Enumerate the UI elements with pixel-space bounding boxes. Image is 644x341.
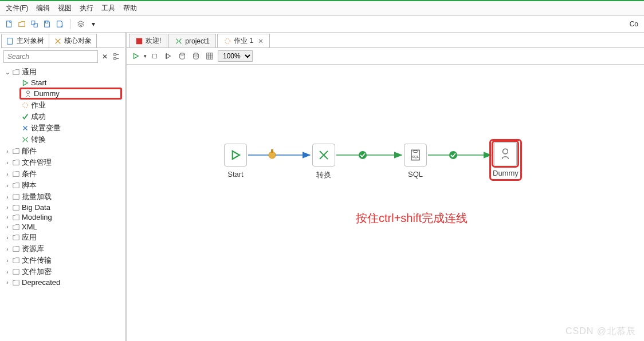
doc-tab-project1[interactable]: project1	[168, 34, 216, 47]
twisty-icon[interactable]: ›	[5, 246, 10, 252]
twisty-icon[interactable]: ›	[5, 235, 10, 241]
grid-button[interactable]	[204, 50, 215, 62]
tree-node-set-variable[interactable]: 设置变量	[19, 122, 122, 134]
tree-node-start[interactable]: Start	[19, 78, 122, 88]
flow-node-label: Start	[227, 170, 243, 179]
tab-main-tree[interactable]: 主对象树	[1, 34, 49, 47]
folder-icon	[11, 158, 21, 166]
tree-item-label: 文件传输	[22, 255, 52, 265]
sql-button[interactable]	[176, 50, 188, 62]
tab-main-tree-label: 主对象树	[17, 36, 44, 46]
annotation-text: 按住ctrl+shift完成连线	[356, 211, 468, 226]
dropdown-icon[interactable]: ▾	[88, 18, 99, 30]
flow-node-start[interactable]: Start	[224, 144, 247, 179]
replay-button[interactable]	[163, 50, 174, 62]
panel-tabs: 主对象树 核心对象	[1, 34, 124, 48]
expand-tree-button[interactable]	[111, 51, 122, 62]
dropdown-icon[interactable]: ▾	[144, 53, 147, 59]
tree-node-category[interactable]: ›资源库	[3, 243, 122, 255]
tree-item-label: 成功	[31, 112, 46, 122]
save-button[interactable]	[41, 18, 53, 30]
dummy-icon	[23, 90, 33, 98]
tree-node-category[interactable]: ›文件加密	[3, 266, 122, 277]
menu-view[interactable]: 视图	[58, 3, 72, 13]
flow-node-sql[interactable]: SQL SQL	[404, 144, 427, 179]
tree-node-category[interactable]: ›批量加载	[3, 191, 122, 203]
tree-item-label: XML	[22, 223, 37, 231]
tree-item-label: Modeling	[22, 213, 52, 221]
run-button[interactable]	[130, 50, 142, 62]
document-tabs: 欢迎! project1 作业 1 ✕	[127, 33, 644, 48]
zoom-select[interactable]: 100%	[218, 50, 253, 62]
folder-icon	[11, 279, 21, 287]
tree-item-label: 作业	[31, 100, 46, 110]
svg-point-20	[449, 151, 457, 159]
stop-button[interactable]	[149, 50, 160, 62]
tree-node-category[interactable]: ›Modeling	[3, 212, 122, 222]
svg-point-7	[26, 90, 29, 93]
menu-run[interactable]: 执行	[80, 3, 93, 13]
flow-node-transform[interactable]: 转换	[312, 144, 335, 180]
canvas-toolbar: ▾ 100%	[127, 48, 644, 65]
doc-tab-welcome[interactable]: 欢迎!	[129, 34, 167, 47]
menu-file[interactable]: 文件(F)	[6, 3, 28, 13]
close-tab-icon[interactable]: ✕	[258, 37, 264, 45]
variable-icon	[21, 124, 30, 132]
svg-rect-2	[34, 23, 37, 27]
tree-node-category[interactable]: ›文件管理	[3, 157, 122, 168]
db-button[interactable]	[190, 50, 202, 62]
tree-node-success[interactable]: 成功	[19, 111, 122, 122]
play-icon	[21, 79, 30, 87]
search-row: ✕	[1, 48, 124, 65]
doc-tab-job1[interactable]: 作业 1 ✕	[217, 34, 270, 47]
twisty-icon[interactable]: ›	[5, 269, 10, 275]
tree-node-category[interactable]: ›Big Data	[3, 203, 122, 212]
tree-item-label: 资源库	[22, 244, 44, 254]
dummy-node-icon	[494, 142, 517, 165]
tree-node-dummy[interactable]: Dummy	[19, 88, 122, 100]
twisty-icon[interactable]: ›	[5, 279, 10, 286]
layers-button[interactable]	[75, 18, 87, 30]
clear-search-button[interactable]: ✕	[99, 51, 110, 62]
twisty-icon[interactable]: ›	[5, 183, 10, 189]
canvas[interactable]: Start 转换 SQL SQL Dummy	[127, 65, 644, 341]
search-input[interactable]	[3, 50, 98, 63]
tree-node-category[interactable]: ›Deprecated	[3, 277, 122, 287]
tree-node-category[interactable]: ›XML	[3, 222, 122, 232]
tree-node-general[interactable]: ⌄ 通用	[3, 66, 122, 78]
twisty-icon[interactable]: ⌄	[5, 69, 10, 76]
menu-edit[interactable]: 编辑	[36, 3, 50, 13]
tree-node-category[interactable]: ›文件传输	[3, 255, 122, 266]
twisty-icon[interactable]: ›	[5, 194, 10, 200]
svg-point-10	[225, 38, 230, 43]
tree-node-category[interactable]: ›应用	[3, 232, 122, 243]
tree-node-category[interactable]: ›邮件	[3, 145, 122, 157]
tree-node-category[interactable]: ›脚本	[3, 180, 122, 191]
menu-help[interactable]: 帮助	[123, 3, 137, 13]
transform-node-icon	[312, 144, 335, 166]
tree-item-label: 文件加密	[22, 267, 52, 277]
twisty-icon[interactable]: ›	[5, 148, 10, 154]
twisty-icon[interactable]: ›	[5, 171, 10, 177]
tree-node-category[interactable]: ›条件	[3, 168, 122, 180]
folder-icon	[11, 268, 21, 276]
tab-core-objects[interactable]: 核心对象	[49, 34, 97, 47]
twisty-icon[interactable]: ›	[5, 160, 10, 166]
start-node-icon	[224, 144, 247, 166]
svg-rect-1	[32, 21, 35, 25]
open-file-button[interactable]	[16, 18, 28, 30]
twisty-icon[interactable]: ›	[5, 204, 10, 211]
folder-icon	[11, 147, 21, 155]
new-file-button[interactable]	[3, 18, 15, 30]
menu-tools[interactable]: 工具	[101, 3, 115, 13]
twisty-icon[interactable]: ›	[5, 214, 10, 220]
tree-node-transform[interactable]: 转换	[19, 134, 122, 145]
tree-node-job[interactable]: 作业	[19, 100, 122, 111]
svg-rect-4	[7, 38, 13, 44]
twisty-icon[interactable]: ›	[5, 224, 10, 230]
tab-core-objects-label: 核心对象	[64, 36, 92, 46]
twisty-icon[interactable]: ›	[5, 257, 10, 264]
flow-node-dummy[interactable]: Dummy	[491, 141, 520, 179]
explore-button[interactable]	[29, 18, 40, 30]
save-as-button[interactable]	[54, 18, 65, 30]
